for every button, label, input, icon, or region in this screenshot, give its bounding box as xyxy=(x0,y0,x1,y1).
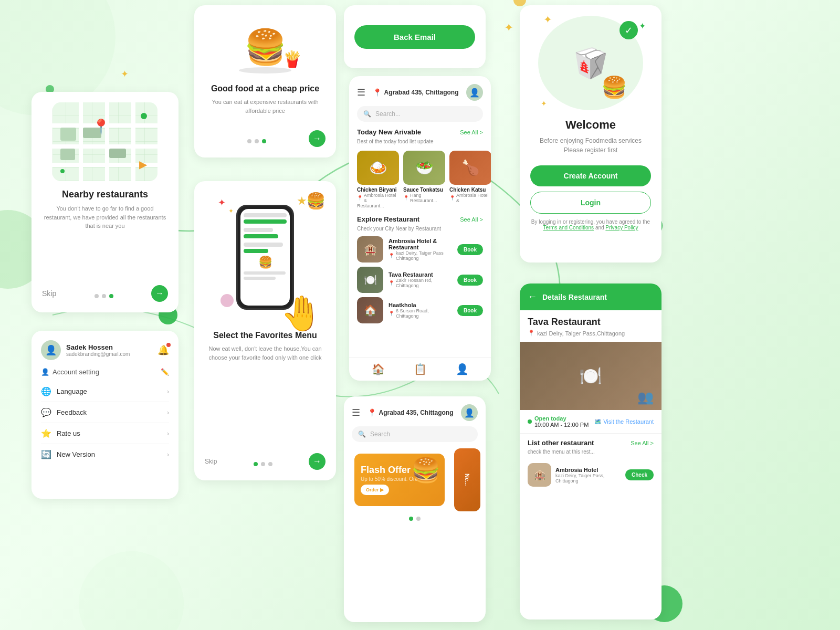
rest-info-3: Haatkhola 📍 6 Surson Road, Chittagong xyxy=(388,302,452,319)
profile-name: Sadek Hossen xyxy=(66,343,130,351)
onboard2-dot-2 xyxy=(261,462,265,466)
rest-addr-3: 📍 6 Surson Road, Chittagong xyxy=(388,308,452,319)
book-btn-1[interactable]: Book xyxy=(457,244,483,255)
other-rest-img-1: 🏨 xyxy=(528,463,551,487)
rest-addr-2: 📍 Zakir Hossan Rd, Chittagong xyxy=(388,278,452,288)
addr-pin-1: 📍 xyxy=(388,253,394,258)
profile-card: 👤 Sadek Hossen sadekbranding@gmail.com 🔔… xyxy=(32,331,178,499)
menu-language[interactable]: 🌐 Language › xyxy=(41,381,169,402)
second-banner-label: Ne... xyxy=(464,474,470,486)
flash-search-bar[interactable]: 🔍 Search xyxy=(352,426,478,442)
other-rest-item-1[interactable]: 🏨 Ambrosia Hotel kazi Deiry, Taiger Pass… xyxy=(520,459,662,491)
explore-see-all[interactable]: See All > xyxy=(460,216,483,223)
search-bar[interactable]: 🔍 Search... xyxy=(357,106,483,122)
login-button[interactable]: Login xyxy=(530,192,651,214)
profile-email: sadekbranding@gmail.com xyxy=(66,351,130,357)
back-email-card: Back Email xyxy=(344,5,486,68)
onboard2-dot-1 xyxy=(254,462,258,466)
detail-addr-text: kazi Deiry, Taiger Pass,Chittagong xyxy=(537,330,625,337)
pin-icon-1: 📍 xyxy=(357,195,363,201)
onboard1-title: Good food at a cheap price xyxy=(211,84,319,93)
rest-item-2[interactable]: 🍽️ Tava Restaurant 📍 Zakir Hossan Rd, Ch… xyxy=(357,267,483,293)
book-btn-3[interactable]: Book xyxy=(457,305,483,316)
welcome-card: 🥡 🍔 ✓ ✦ ✦ ✦ Welcome Before enjoying Food… xyxy=(520,5,662,262)
dot-1 xyxy=(94,294,99,298)
flash-location-pill: 📍 Agrabad 435, Chittagong xyxy=(368,408,453,417)
restaurant-detail-addr: 📍 kazi Deiry, Taiger Pass,Chittagong xyxy=(520,330,662,342)
flash-menu-icon[interactable]: ☰ xyxy=(352,407,360,418)
terms-link[interactable]: Terms and Conditions xyxy=(543,225,594,230)
menu-rate[interactable]: ⭐ Rate us › xyxy=(41,423,169,444)
onboard2-next[interactable]: → xyxy=(309,453,326,470)
food-item-2[interactable]: 🥗 Sauce Tonkatsu 📍 Hang Restaurant... xyxy=(403,151,445,208)
food-cards-row: 🍛 Chicken Biryani 📍 Ambrosia Hotel & Res… xyxy=(349,146,491,213)
rest-item-3[interactable]: 🏠 Haatkhola 📍 6 Surson Road, Chittagong … xyxy=(357,297,483,323)
rest-item-1[interactable]: 🏨 Ambrosia Hotel & Restaurant 📍 kazi Dei… xyxy=(357,236,483,262)
version-label: New Version xyxy=(57,450,95,458)
food-rest-1: 📍 Ambrosia Hotel & xyxy=(357,193,399,203)
rate-label: Rate us xyxy=(57,429,80,437)
pin-icon-2: 📍 xyxy=(403,195,409,201)
nearby-title: Nearby restaurants xyxy=(62,189,148,200)
flash-order-button[interactable]: Order ▶ xyxy=(361,485,389,495)
profile-nav-icon[interactable]: 👤 xyxy=(456,363,469,375)
location-text: Agrabad 435, Chittagong xyxy=(384,89,458,96)
today-title: Today New Arivable xyxy=(357,128,421,136)
home-nav-icon[interactable]: 🏠 xyxy=(372,363,385,375)
welcome-sub-line1: Before enjoying Foodmedia services xyxy=(540,137,642,144)
rest-name-2: Tava Restaurant xyxy=(388,271,452,278)
privacy-link[interactable]: Privacy Policy xyxy=(605,225,638,230)
food-img-2: 🥗 xyxy=(403,151,445,185)
terms-prefix: By logging in or registering, you have a… xyxy=(531,219,650,225)
open-badge: Open today 10:00 AM - 12:00 PM xyxy=(528,415,589,428)
book-btn-2[interactable]: Book xyxy=(457,275,483,286)
food-img-1: 🍛 xyxy=(357,151,399,185)
main-app-card: ☰ 📍 Agrabad 435, Chittagong 👤 🔍 Search..… xyxy=(349,76,491,381)
check-button-1[interactable]: Check xyxy=(625,469,654,480)
create-account-button[interactable]: Create Account xyxy=(530,165,651,186)
hours-row: Open today 10:00 AM - 12:00 PM 🗺️ Visit … xyxy=(520,410,662,434)
flash-user-avatar: 👤 xyxy=(461,404,478,421)
rest-info-2: Tava Restaurant 📍 Zakir Hossan Rd, Chitt… xyxy=(388,271,452,288)
welcome-illustration: 🥡 🍔 ✓ ✦ ✦ ✦ xyxy=(538,16,643,110)
flash-offer-banner[interactable]: Flash Offer Up to 50% discount. Order no… xyxy=(354,454,445,506)
search-icon: 🔍 xyxy=(363,110,371,118)
account-setting-row[interactable]: 👤 Account setting ✏️ xyxy=(41,368,169,376)
welcome-subtitle: Before enjoying Foodmedia services Pleas… xyxy=(540,136,642,155)
search-placeholder: Search... xyxy=(375,110,401,118)
next-button[interactable]: → xyxy=(151,285,168,302)
today-see-all[interactable]: See All > xyxy=(460,129,483,135)
star-deco-3: ✦ xyxy=(121,68,129,80)
menu-feedback[interactable]: 💬 Feedback › xyxy=(41,402,169,423)
visit-restaurant-link[interactable]: 🗺️ Visit the Restaurant xyxy=(594,418,654,425)
rest-name-3: Haatkhola xyxy=(388,302,452,308)
details-header: ← Details Restaurant xyxy=(520,284,662,310)
back-arrow-icon[interactable]: ← xyxy=(528,291,537,302)
list-other-see-all[interactable]: See All > xyxy=(631,440,654,446)
second-banner[interactable]: Ne... xyxy=(454,448,480,511)
food-item-3[interactable]: 🍗 Chicken Katsu 📍 Ambrosia Hotel & xyxy=(449,151,491,208)
notification-bell[interactable]: 🔔 xyxy=(158,344,169,356)
visit-label: Visit the Restaurant xyxy=(603,418,654,425)
onboard1-next[interactable]: → xyxy=(309,130,326,147)
terms-text: By logging in or registering, you have a… xyxy=(530,219,651,230)
map-icon: 🗺️ xyxy=(594,418,602,425)
skip-button[interactable]: Skip xyxy=(42,289,56,298)
menu-icon[interactable]: ☰ xyxy=(357,87,365,98)
food-item-1[interactable]: 🍛 Chicken Biryani 📍 Ambrosia Hotel & Res… xyxy=(357,151,399,208)
food-rest-2: 📍 Hang Restaurant... xyxy=(403,193,445,203)
other-rest-addr-1: kazi Deiry, Taiger Pass, Chittagong xyxy=(555,473,621,484)
menu-version[interactable]: 🔄 New Version › xyxy=(41,444,169,465)
flash-food-image: 🍔 xyxy=(411,456,440,484)
onboard2-skip[interactable]: Skip xyxy=(205,458,217,465)
profile-info: Sadek Hossen sadekbranding@gmail.com xyxy=(66,343,130,357)
flash-app-header: ☰ 📍 Agrabad 435, Chittagong 👤 xyxy=(344,396,486,426)
map-illustration: 📍 ▶ xyxy=(52,102,158,181)
back-email-button[interactable]: Back Email xyxy=(354,25,475,49)
orders-nav-icon[interactable]: 📋 xyxy=(414,363,427,375)
flash-search-icon: 🔍 xyxy=(358,430,366,438)
edit-icon[interactable]: ✏️ xyxy=(161,368,169,376)
food-img-3: 🍗 xyxy=(449,151,491,185)
explore-subtitle: Check your City Near by Restaurant xyxy=(349,226,491,232)
flash-dot-2 xyxy=(416,517,421,521)
